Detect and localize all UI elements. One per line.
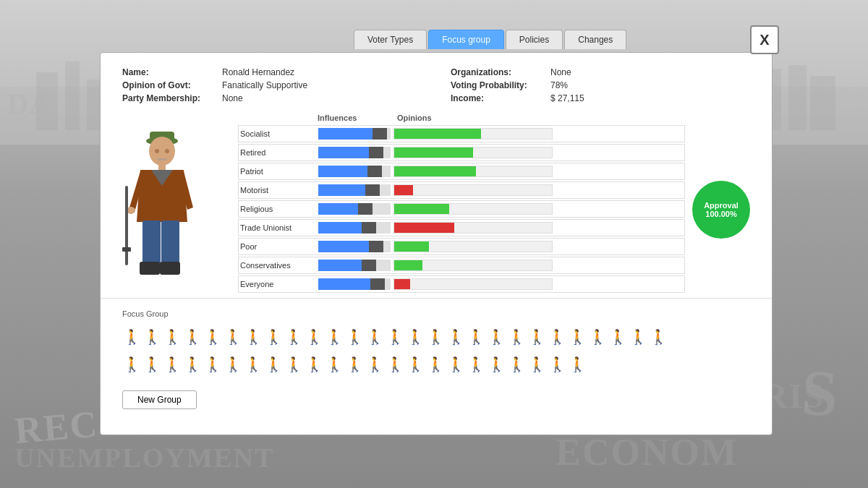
opinion-bar [393,278,553,290]
person-figure: 🚶 [446,324,465,350]
svg-rect-19 [161,221,179,264]
party-label: Party Membership: [122,93,216,103]
col-opinions: Opinions [397,114,477,122]
person-figure: 🚶 [325,324,344,350]
person-figure: 🚶 [527,351,546,377]
rows-and-approval: SocialistRetiredPatriotMotoristReligious… [238,125,750,294]
table-row: Patriot [238,163,685,180]
table-row: Religious [238,200,685,218]
person-figure: 🚶 [527,324,546,350]
opinion-bar [393,166,553,177]
table-row: Trade Unionist [238,219,685,236]
tab-changes[interactable]: Changes [564,30,626,49]
svg-rect-20 [140,262,160,275]
income-label: Income: [451,93,545,103]
approval-circle: Approval 100.00% [692,181,750,239]
row-label: Retired [239,148,318,157]
influence-bar [318,184,391,196]
influence-bar [318,260,391,271]
org-label: Organizations: [451,67,545,77]
influence-bar [318,203,391,215]
tab-voter-types[interactable]: Voter Types [354,30,427,49]
rows-container: SocialistRetiredPatriotMotoristReligious… [238,125,685,294]
person-figure: 🚶 [406,351,425,377]
row-label: Religious [239,205,318,213]
close-button[interactable]: X [750,25,779,54]
person-figure: 🚶 [406,324,425,350]
person-figure: 🚶 [305,351,323,377]
influence-bar [318,241,391,252]
person-figure: 🚶 [224,324,242,350]
svg-point-14 [165,149,169,153]
person-figure: 🚶 [142,351,161,377]
person-figure: 🚶 [629,324,647,350]
table-row: Motorist [238,181,685,199]
person-figure: 🚶 [284,351,303,377]
person-figure: 🚶 [507,324,526,350]
row-label: Patriot [239,167,318,176]
table-row: Socialist [238,125,685,142]
org-value: None [550,67,571,77]
focus-group-label: Focus Group [122,309,750,318]
svg-rect-23 [122,247,131,252]
name-value: Ronald Hernandez [222,67,294,77]
person-figure: 🚶 [426,324,445,350]
person-figure: 🚶 [142,324,161,350]
svg-rect-18 [142,221,161,264]
person-figure: 🚶 [284,324,303,350]
person-figure: 🚶 [365,351,384,377]
person-figure: 🚶 [467,324,485,350]
opinion-bar [393,260,553,271]
voting-label: Voting Probability: [451,80,545,90]
svg-rect-6 [810,76,835,130]
opinion-value: Fanatically Supportive [222,80,307,90]
voting-value: 78% [550,80,568,90]
table-row: Conservatives [238,257,685,274]
person-figure: 🚶 [224,351,242,377]
influence-bar [318,278,391,290]
character-figure [115,114,209,280]
opinion-bar [393,222,553,234]
new-group-button[interactable]: New Group [122,390,197,409]
newspaper-unemployment: UNEMPLOYMENT [14,442,275,474]
tab-focus-group[interactable]: Focus group [428,30,504,49]
row-label: Motorist [239,186,318,194]
tab-bar: Voter Types Focus group Policies Changes [354,30,626,49]
person-figure: 🚶 [264,324,283,350]
opinion-bar [393,128,553,140]
table-headers: Influences Opinions [238,114,750,122]
newspaper-econom: ECONOM [556,431,738,474]
person-figure: 🚶 [548,351,566,377]
influence-bar [318,128,391,140]
person-figure: 🚶 [426,351,445,377]
person-figure: 🚶 [345,324,364,350]
main-dialog: Voter Types Focus group Policies Changes… [100,52,773,435]
table-row: Retired [238,144,685,161]
person-figure: 🚶 [122,324,141,350]
opinion-bar [393,184,553,196]
row-label: Poor [239,242,318,251]
table-section: Influences Opinions SocialistRetiredPatr… [231,114,757,294]
divider [101,298,772,299]
row-label: Everyone [239,280,318,288]
person-figure: 🚶 [446,351,465,377]
person-figure: 🚶 [608,324,627,350]
opinion-bar [393,147,553,158]
person-figure: 🚶 [568,324,587,350]
content-area: Influences Opinions SocialistRetiredPatr… [101,114,772,294]
influence-bar [318,147,391,158]
svg-rect-22 [125,186,128,265]
person-figure: 🚶 [244,324,263,350]
person-figure: 🚶 [203,351,222,377]
person-figure: 🚶 [588,324,607,350]
newspaper-da: DA [7,87,52,121]
tab-policies[interactable]: Policies [506,30,563,49]
person-figure: 🚶 [244,351,263,377]
person-figure: 🚶 [183,324,202,350]
people-grid: 🚶🚶🚶🚶🚶🚶🚶🚶🚶🚶🚶🚶🚶🚶🚶🚶🚶🚶🚶🚶🚶🚶🚶🚶🚶🚶🚶🚶🚶🚶🚶🚶🚶🚶🚶🚶🚶🚶🚶🚶… [122,324,672,377]
influence-bar [318,166,391,177]
svg-rect-2 [65,61,80,130]
person-figure: 🚶 [568,351,587,377]
approval-label: Approval [704,201,739,210]
table-row: Everyone [238,275,685,293]
